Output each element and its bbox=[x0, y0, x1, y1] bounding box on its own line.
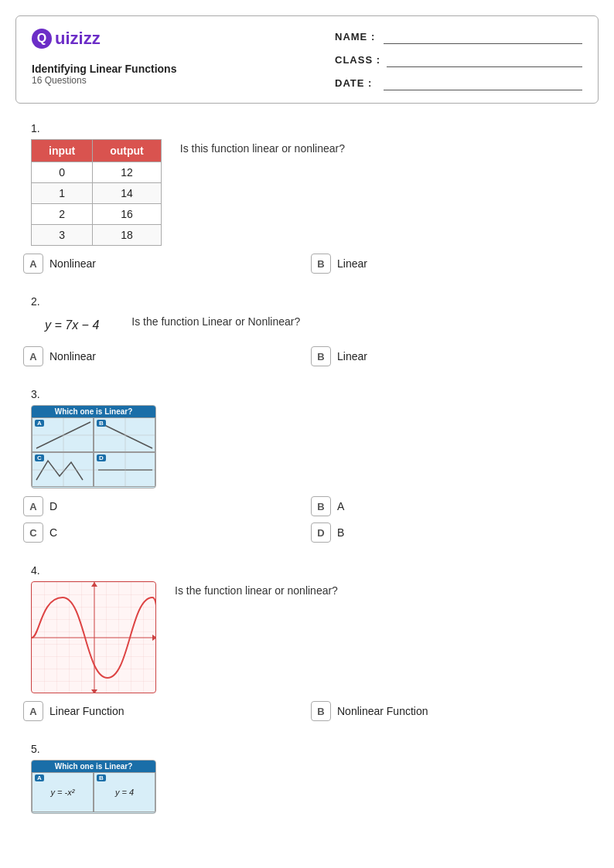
date-row: DATE : bbox=[335, 75, 582, 90]
q5-eq-a: y = -x² bbox=[51, 788, 75, 797]
q3-label-b: A bbox=[337, 500, 344, 512]
q3-options: A D B A C C D B bbox=[23, 496, 599, 543]
table-row: 318 bbox=[32, 225, 162, 246]
q4-label-a: Linear Function bbox=[49, 705, 125, 717]
q3-badge-a: A bbox=[23, 496, 43, 516]
logo-area: Q uizizz Identifying Linear Functions 16… bbox=[32, 29, 176, 86]
q3-badge-c: C bbox=[23, 523, 43, 543]
q5-cell-b: B y = 4 bbox=[94, 772, 155, 812]
q2-number: 2. bbox=[31, 295, 40, 308]
q3-label-c: C bbox=[49, 526, 57, 539]
q3-image: Which one is Linear? A B bbox=[31, 405, 156, 488]
q3-label-a: D bbox=[49, 500, 57, 512]
q1-col-input: input bbox=[32, 140, 93, 162]
q5-image-title: Which one is Linear? bbox=[32, 761, 155, 772]
q4-svg bbox=[32, 582, 156, 693]
q1-badge-a: A bbox=[23, 254, 43, 274]
q4-option-a[interactable]: A Linear Function bbox=[23, 701, 311, 721]
q3-image-title: Which one is Linear? bbox=[32, 406, 155, 417]
q2-row: y = 7x − 4 Is the function Linear or Non… bbox=[31, 312, 599, 339]
table-row: 216 bbox=[32, 204, 162, 225]
q4-row: Is the function linear or nonlinear? bbox=[31, 581, 599, 693]
question-4: 4. bbox=[15, 564, 599, 721]
table-row: 012 bbox=[32, 162, 162, 183]
q1-col-output: output bbox=[93, 140, 162, 162]
q4-graph bbox=[31, 581, 156, 693]
wl-label-c: C bbox=[35, 454, 44, 461]
q2-text: Is the function Linear or Nonlinear? bbox=[131, 312, 599, 328]
q4-options: A Linear Function B Nonlinear Function bbox=[23, 701, 599, 721]
q5-grid: A y = -x² B y = 4 bbox=[32, 772, 155, 812]
q3-option-b[interactable]: B A bbox=[311, 496, 599, 516]
wl-cell-c: C bbox=[32, 452, 94, 487]
q5-cell-a: A y = -x² bbox=[32, 772, 94, 812]
q5-image: Which one is Linear? A y = -x² B y = 4 bbox=[31, 760, 156, 814]
class-row: CLASS : bbox=[335, 52, 582, 67]
q4-option-b[interactable]: B Nonlinear Function bbox=[311, 701, 599, 721]
wl-cell-b: B bbox=[94, 417, 155, 452]
q1-number: 1. bbox=[31, 122, 40, 134]
wl-label-a: A bbox=[35, 420, 44, 427]
q3-option-a[interactable]: A D bbox=[23, 496, 311, 516]
form-fields: NAME : CLASS : DATE : bbox=[335, 29, 582, 90]
q4-badge-a: A bbox=[23, 701, 43, 721]
question-5: 5. Which one is Linear? A y = -x² B y = … bbox=[15, 743, 599, 814]
logo: Q uizizz bbox=[32, 29, 176, 49]
wl-cell-a: A bbox=[32, 417, 94, 452]
wl-label-b: B bbox=[97, 420, 106, 427]
q2-badge-b: B bbox=[311, 346, 331, 366]
q4-text: Is the function linear or nonlinear? bbox=[175, 581, 599, 597]
question-2: 2. y = 7x − 4 Is the function Linear or … bbox=[15, 295, 599, 366]
question-3: 3. Which one is Linear? A B bbox=[15, 388, 599, 543]
logo-text: uizizz bbox=[55, 29, 101, 49]
q5-eq-b: y = 4 bbox=[115, 788, 134, 797]
q5-number: 5. bbox=[31, 743, 40, 755]
q5-label-b: B bbox=[97, 774, 106, 781]
q1-option-a[interactable]: A Nonlinear bbox=[23, 254, 311, 274]
q1-options: A Nonlinear B Linear bbox=[23, 254, 599, 274]
q1-table: input output 012 114 216 318 bbox=[31, 139, 162, 246]
wl-label-d: D bbox=[97, 454, 106, 461]
q2-label-b: Linear bbox=[337, 350, 367, 363]
date-input[interactable] bbox=[384, 75, 582, 90]
q1-option-b[interactable]: B Linear bbox=[311, 254, 599, 274]
quiz-title: Identifying Linear Functions bbox=[32, 63, 176, 75]
q1-label-b: Linear bbox=[337, 257, 367, 270]
date-label: DATE : bbox=[335, 77, 377, 89]
table-row: 114 bbox=[32, 183, 162, 204]
q5-label-a: A bbox=[35, 774, 44, 781]
quiz-subtitle: 16 Questions bbox=[32, 75, 176, 86]
q3-badge-b: B bbox=[311, 496, 331, 516]
q2-options: A Nonlinear B Linear bbox=[23, 346, 599, 366]
q1-text: Is this function linear or nonlinear? bbox=[180, 139, 599, 155]
q3-row: Which one is Linear? A B bbox=[31, 405, 599, 488]
name-input[interactable] bbox=[384, 29, 582, 44]
q3-number: 3. bbox=[31, 388, 40, 400]
q2-label-a: Nonlinear bbox=[49, 350, 96, 363]
q5-row: Which one is Linear? A y = -x² B y = 4 bbox=[31, 760, 599, 814]
q1-label-a: Nonlinear bbox=[49, 257, 96, 270]
q3-option-c[interactable]: C C bbox=[23, 523, 311, 543]
q3-grid: A B bbox=[32, 417, 155, 487]
logo-q: Q bbox=[32, 29, 52, 49]
q2-option-b[interactable]: B Linear bbox=[311, 346, 599, 366]
q3-badge-d: D bbox=[311, 523, 331, 543]
q3-option-d[interactable]: D B bbox=[311, 523, 599, 543]
q4-badge-b: B bbox=[311, 701, 331, 721]
q3-label-d: B bbox=[337, 526, 344, 539]
q2-equation: y = 7x − 4 bbox=[31, 312, 113, 339]
name-label: NAME : bbox=[335, 31, 377, 43]
header: Q uizizz Identifying Linear Functions 16… bbox=[15, 15, 599, 104]
class-label: CLASS : bbox=[335, 54, 380, 66]
wl-cell-d: D bbox=[94, 452, 155, 487]
q4-label-b: Nonlinear Function bbox=[337, 705, 428, 717]
question-1: 1. input output 012 114 216 bbox=[15, 122, 599, 274]
q4-number: 4. bbox=[31, 564, 40, 577]
q1-badge-b: B bbox=[311, 254, 331, 274]
name-row: NAME : bbox=[335, 29, 582, 44]
q1-row: input output 012 114 216 318 Is this fu bbox=[31, 139, 599, 246]
class-input[interactable] bbox=[387, 52, 582, 67]
q2-badge-a: A bbox=[23, 346, 43, 366]
q2-option-a[interactable]: A Nonlinear bbox=[23, 346, 311, 366]
